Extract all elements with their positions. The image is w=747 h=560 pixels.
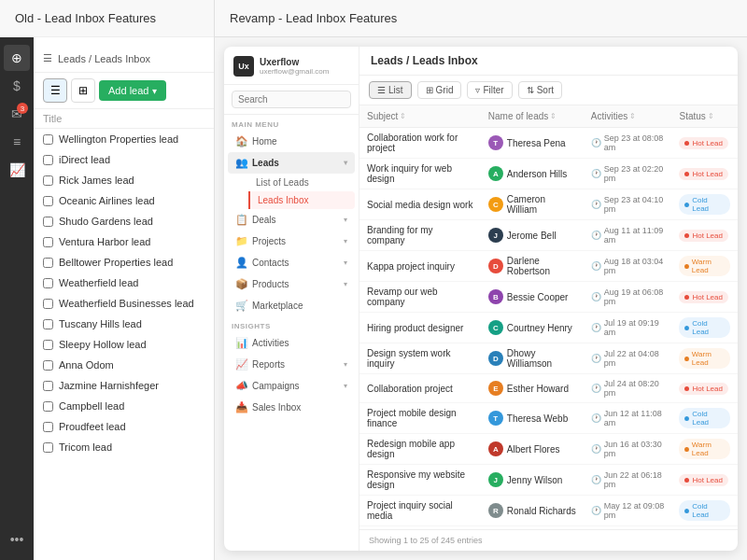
lead-checkbox[interactable] [43, 299, 53, 309]
table-row[interactable]: Collaboration projectEEsther Howard🕐Jul … [359, 374, 738, 403]
lead-name: Theresa Pena [507, 138, 566, 148]
lead-name: Weatherfield Businesses lead [59, 298, 194, 309]
lead-checkbox[interactable] [43, 134, 53, 145]
lead-checkbox[interactable] [43, 340, 53, 350]
lead-checkbox[interactable] [43, 442, 53, 453]
nav-item-projects[interactable]: 📁Projects▾ [228, 231, 355, 252]
app-logo: Ux [233, 56, 254, 77]
lead-name: Campbell lead [59, 400, 124, 412]
list-item[interactable]: Proudfeet lead [34, 416, 214, 437]
table-row[interactable]: Project mobile design financeTTheresa We… [359, 403, 738, 434]
lead-name: Shudo Gardens lead [59, 216, 153, 227]
table-row[interactable]: Project inquiry social mediaRRonald Rich… [359, 496, 738, 526]
column-label: Status [679, 111, 705, 121]
list-item[interactable]: Rick James lead [34, 170, 214, 190]
column-header-subject[interactable]: Subject⇕ [359, 105, 481, 128]
lead-name: Jenny Wilson [507, 475, 562, 485]
column-header-activities[interactable]: Activities⇕ [584, 105, 672, 128]
list-item[interactable]: Anna Odom [34, 355, 214, 375]
list-item[interactable]: Tricom lead [34, 437, 214, 457]
list-item[interactable]: iDirect lead [34, 149, 214, 170]
list-item[interactable]: Oceanic Airlines lead [34, 190, 214, 211]
sidebar-icon-target[interactable]: ⊕ [4, 45, 30, 71]
list-item[interactable]: Jazmine Harnishfeger [34, 375, 214, 396]
status-cell: Hot Lead [671, 220, 738, 251]
app-search[interactable] [224, 85, 359, 115]
nav-label: Leads [252, 158, 279, 168]
table-row[interactable]: Revamp our web companyBBessie Cooper🕐Aug… [359, 282, 738, 313]
lead-checkbox[interactable] [43, 278, 53, 288]
table-row[interactable]: Work inquiry for web designAAnderson Hil… [359, 159, 738, 189]
list-item[interactable]: Shudo Gardens lead [34, 211, 214, 231]
table-row[interactable]: Social media design workCCameron William… [359, 189, 738, 220]
column-header-name-of-leads[interactable]: Name of leads⇕ [481, 105, 584, 128]
sidebar-icon-more[interactable]: ••• [4, 526, 30, 553]
nav-sub-item-leads-inbox[interactable]: Leads Inbox [248, 191, 355, 209]
table-row[interactable]: Branding for my companyJJerome Bell🕐Aug … [359, 220, 738, 251]
lead-checkbox[interactable] [43, 237, 53, 247]
lead-checkbox[interactable] [43, 258, 53, 268]
app-org-email: uxerflow@gmail.com [260, 67, 329, 76]
lead-checkbox[interactable] [43, 360, 53, 371]
table-row[interactable]: Kappa project inquiryDDarlene Robertson🕐… [359, 251, 738, 282]
table-row[interactable]: Redesign mobile app designAAlbert Flores… [359, 434, 738, 465]
list-item[interactable]: Belltower Properties lead [34, 252, 214, 273]
sidebar-icon-mail[interactable]: ✉3 [4, 101, 30, 127]
sort-button[interactable]: ⇅ Sort [518, 81, 562, 99]
column-header-status[interactable]: Status⇕ [671, 105, 738, 128]
nav-sub-item-list-of-leads[interactable]: List of Leads [248, 174, 355, 191]
grid-view-button[interactable]: ⊞ Grid [417, 81, 462, 99]
activity-cell: 🕐Jun 22 at 06:18 pm [584, 465, 672, 496]
status-badge: Hot Lead [679, 137, 727, 149]
grid-view-button[interactable]: ⊞ [71, 78, 95, 103]
list-item[interactable]: Wellington Properties lead [34, 129, 214, 149]
nav-item-leads[interactable]: 👥Leads▾ [228, 152, 355, 174]
lead-name: Courtney Henry [507, 323, 572, 333]
list-item[interactable]: Ventura Harbor lead [34, 231, 214, 252]
lead-checkbox[interactable] [43, 155, 53, 165]
clock-icon: 🕐 [591, 138, 601, 147]
menu-icon: ☰ [43, 52, 52, 64]
sidebar-icon-graph[interactable]: 📈 [4, 157, 30, 183]
lead-checkbox[interactable] [43, 422, 53, 432]
nav-item-home[interactable]: 🏠Home [228, 131, 355, 152]
avatar: T [488, 411, 503, 426]
avatar: R [488, 503, 503, 518]
avatar: J [488, 472, 503, 487]
activity-cell: 🕐Jun 16 at 03:30 pm [584, 434, 672, 465]
list-item[interactable]: Weatherfield Businesses lead [34, 293, 214, 314]
lead-checkbox[interactable] [43, 381, 53, 391]
list-view-button[interactable]: ☰ [43, 78, 67, 103]
lead-checkbox[interactable] [43, 319, 53, 329]
table-row[interactable]: Collaboration work for projectTTheresa P… [359, 128, 738, 159]
nav-label: Sales Inbox [252, 402, 301, 413]
list-item[interactable]: Tuscany Hills lead [34, 314, 214, 334]
app-org: Uxerflow uxerflow@gmail.com [260, 57, 329, 76]
table-row[interactable]: Hiring product designerCCourtney Henry🕐J… [359, 313, 738, 343]
nav-item-contacts[interactable]: 👤Contacts▾ [228, 252, 355, 273]
lead-checkbox[interactable] [43, 401, 53, 412]
nav-item-reports[interactable]: 📈Reports▾ [228, 354, 355, 375]
sidebar-icon-dollar[interactable]: $ [4, 73, 30, 99]
nav-label: Deals [252, 215, 276, 225]
table-row[interactable]: Design system work inquiryDDhowy William… [359, 343, 738, 374]
table-row[interactable]: Responsive my website designJJenny Wilso… [359, 465, 738, 496]
add-lead-button[interactable]: Add lead [99, 80, 166, 101]
sidebar-icon-chart[interactable]: ≡ [4, 129, 30, 155]
nav-item-sales inbox[interactable]: 📥Sales Inbox [228, 397, 355, 418]
lead-checkbox[interactable] [43, 217, 53, 227]
subject-cell: Project inquiry social media [359, 496, 481, 526]
list-item[interactable]: Weatherfield lead [34, 273, 214, 293]
nav-item-activities[interactable]: 📊Activities [228, 332, 355, 354]
list-view-button[interactable]: ☰ List [369, 81, 412, 99]
lead-checkbox[interactable] [43, 175, 53, 186]
nav-item-deals[interactable]: 📋Deals▾ [228, 209, 355, 231]
filter-button[interactable]: ▿ Filter [467, 81, 512, 99]
lead-checkbox[interactable] [43, 196, 53, 206]
search-input[interactable] [232, 91, 351, 108]
nav-item-marketplace[interactable]: 🛒Marketplace [228, 295, 355, 316]
list-item[interactable]: Sleepy Hollow lead [34, 334, 214, 355]
nav-item-products[interactable]: 📦Products▾ [228, 273, 355, 295]
list-item[interactable]: Campbell lead [34, 396, 214, 416]
nav-item-campaigns[interactable]: 📣Campaigns▾ [228, 375, 355, 397]
